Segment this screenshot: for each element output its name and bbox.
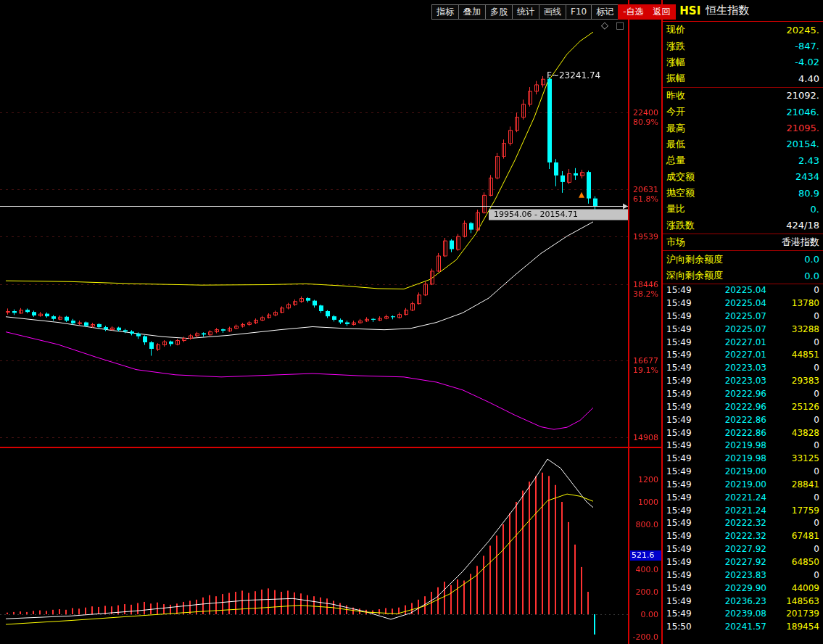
indicator-axis-label: 1000 — [638, 498, 658, 507]
tick-time: 15:49 — [666, 595, 698, 608]
tick-time: 15:49 — [666, 453, 698, 466]
tick-price: 20219.98 — [698, 453, 776, 466]
quote-row-value: 21095. — [787, 123, 820, 133]
quote-row: 成交额2434 — [663, 169, 823, 185]
toolbar-button-back[interactable]: 返回 — [648, 4, 676, 20]
quota-row: 深向剩余额度0.0 — [663, 268, 823, 284]
quote-row-value: 21046. — [787, 107, 820, 117]
tick-volume: 0 — [776, 414, 819, 427]
indicator-axis-label: 800.0 — [636, 520, 659, 529]
tick-price: 20221.24 — [698, 492, 776, 505]
tick-volume: 0 — [776, 569, 819, 582]
tick-row: 15:4920222.3267481 — [663, 530, 823, 543]
toolbar-button-indicator[interactable]: 指标 — [431, 4, 459, 20]
tick-row: 15:4920223.830 — [663, 569, 823, 582]
tick-volume: 0 — [776, 388, 819, 401]
tick-time: 15:49 — [666, 349, 698, 362]
toolbar-button-mark[interactable]: 标记 — [591, 4, 619, 20]
quote-row-value: 20245. — [787, 25, 820, 36]
quote-row: 总量2.43 — [663, 152, 823, 168]
tick-row: 15:4920223.0329383 — [663, 375, 823, 388]
tick-price: 20219.00 — [698, 466, 776, 479]
tick-row: 15:5020241.57189454 — [663, 621, 823, 634]
tick-volume: 0 — [776, 517, 819, 530]
toolbar-button-statistics[interactable]: 统计 — [512, 4, 539, 20]
tick-time: 15:49 — [666, 492, 698, 505]
fib-percent-label: 19.1% — [633, 366, 658, 375]
tick-row: 15:4920222.860 — [663, 414, 823, 427]
tick-price: 20239.08 — [698, 608, 776, 621]
quote-row-label: 涨跌数 — [666, 219, 695, 232]
tick-volume: 44009 — [776, 582, 819, 595]
tick-row: 15:4920227.920 — [663, 543, 823, 556]
tick-price: 20225.07 — [698, 323, 776, 337]
tick-price: 20241.57 — [698, 621, 776, 634]
instrument-code: HSI — [679, 4, 700, 17]
tick-time: 15:49 — [666, 543, 698, 556]
quota-row-label: 深向剩余额度 — [666, 269, 723, 282]
main-chart-canvas[interactable] — [0, 0, 661, 644]
tick-price: 20225.04 — [698, 297, 776, 310]
tick-volume: 148563 — [776, 595, 819, 608]
tick-row: 15:4920219.0028841 — [663, 479, 823, 492]
tick-volume: 201739 — [776, 608, 819, 621]
tick-row: 15:4920229.9044009 — [663, 582, 823, 595]
peak-price-annotation: F~23241.74 — [547, 70, 600, 80]
tick-row: 15:4920227.0144851 — [663, 349, 823, 362]
quote-row-value: 2.43 — [798, 155, 819, 166]
quote-side-panel: G HSI 恒生指数 现价20245.涨跌-847.涨幅-4.02振幅4.40昨… — [661, 0, 823, 644]
tick-row: 15:4920227.9264850 — [663, 556, 823, 569]
price-axis: 2240080.9%2063161.8%195391844638.2%16677… — [630, 0, 661, 447]
instrument-name: 恒生指数 — [706, 4, 749, 17]
quota-row-value: 0.0 — [804, 271, 819, 281]
tick-row: 15:4920221.2417759 — [663, 505, 823, 518]
quote-row: 现价20245. — [663, 22, 823, 38]
tick-time: 15:49 — [666, 337, 698, 350]
tick-volume: 0 — [776, 492, 819, 505]
quote-row: 最高21095. — [663, 120, 823, 136]
toolbar-button-f10[interactable]: F10 — [566, 4, 592, 20]
tick-row: 15:4920221.240 — [663, 492, 823, 505]
diamond-icon[interactable]: ◇ — [601, 20, 608, 30]
tick-volume: 33125 — [776, 453, 819, 466]
indicator-current-value-badge: 521.6 — [630, 550, 661, 561]
quota-row-label: 沪向剩余额度 — [666, 253, 723, 266]
tick-row: 15:4920222.9625126 — [663, 401, 823, 414]
tick-time: 15:49 — [666, 608, 698, 621]
tick-price: 20225.04 — [698, 284, 776, 297]
tick-time: 15:49 — [666, 388, 698, 401]
quote-row: 量比0. — [663, 201, 823, 217]
quote-table: 现价20245.涨跌-847.涨幅-4.02振幅4.40昨收21092.今开21… — [663, 22, 823, 234]
quote-row-value: 2434 — [795, 171, 819, 182]
tick-list[interactable]: 15:4920225.04015:4920225.041378015:49202… — [663, 284, 823, 634]
tick-row: 15:4920223.030 — [663, 362, 823, 375]
tick-time: 15:49 — [666, 401, 698, 414]
quote-row-label: 量比 — [666, 202, 685, 215]
quote-row-label: 最高 — [666, 122, 685, 135]
quote-row-label: 成交额 — [666, 170, 695, 183]
tick-volume: 0 — [776, 362, 819, 375]
market-row-value: 香港指数 — [782, 236, 819, 249]
quote-row-value: 4.40 — [798, 73, 819, 84]
toolbar-button-remove-watchlist[interactable]: -自选 — [618, 4, 648, 20]
indicator-axis-label: 1200 — [638, 475, 658, 484]
tick-volume: 13780 — [776, 297, 819, 310]
tick-row: 15:4920222.8643828 — [663, 427, 823, 440]
indicator-axis-label: -200.0 — [633, 632, 658, 642]
tick-row: 15:4920225.040 — [663, 284, 823, 297]
toolbar-button-draw-line[interactable]: 画线 — [539, 4, 566, 20]
quote-row-label: 今开 — [666, 105, 685, 118]
toolbar-button-multi-stock[interactable]: 多股 — [485, 4, 513, 20]
tick-price: 20222.86 — [698, 427, 776, 440]
tick-time: 15:49 — [666, 582, 698, 595]
tick-price: 20222.86 — [698, 414, 776, 427]
instrument-header[interactable]: G HSI 恒生指数 — [663, 0, 823, 22]
note-icon[interactable]: □ — [616, 20, 624, 30]
tick-price: 20222.32 — [698, 530, 776, 543]
tick-volume: 0 — [776, 310, 819, 323]
fib-level-label: 22400 — [633, 108, 658, 117]
toolbar-button-overlay[interactable]: 叠加 — [458, 4, 486, 20]
quote-row-label: 现价 — [666, 23, 685, 36]
tick-time: 15:49 — [666, 505, 698, 518]
tick-row: 15:4920219.9833125 — [663, 453, 823, 466]
